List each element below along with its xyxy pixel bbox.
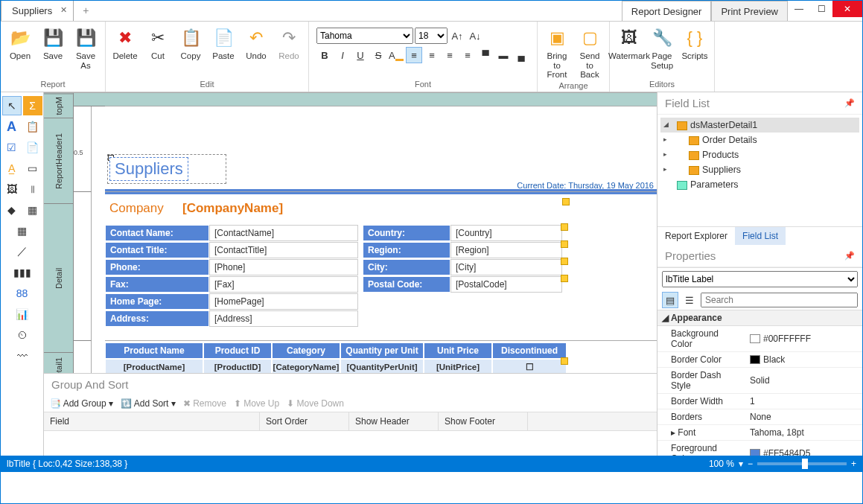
font-color-button[interactable]: A <box>388 47 404 63</box>
property-row[interactable]: ▸ FontTahoma, 18pt <box>657 425 862 441</box>
detail-band[interactable]: Company [CompanyName] Contact Name:[Cont… <box>105 192 657 341</box>
field-value[interactable]: [Phone] <box>209 259 358 275</box>
bring-front-button[interactable]: ▣Bring to Front <box>542 25 572 81</box>
column-header[interactable]: Product Name <box>105 342 203 359</box>
valign-bot-button[interactable]: ▄ <box>513 47 529 63</box>
property-category[interactable]: ◢ Appearance <box>657 310 862 326</box>
property-row[interactable]: Border Width1 <box>657 394 862 409</box>
align-center-button[interactable]: ≡ <box>424 47 440 63</box>
zoom-dropdown-icon[interactable]: ▾ <box>739 459 743 469</box>
panel-tool[interactable]: ▭ <box>23 159 42 178</box>
field-label[interactable]: Region: <box>363 242 450 258</box>
categorized-view-button[interactable]: ▤ <box>662 292 678 308</box>
font-family-select[interactable]: Tahoma <box>316 28 413 44</box>
field-value[interactable]: [ContactName] <box>209 225 358 241</box>
field-label[interactable]: Home Page: <box>105 293 209 310</box>
field-list-tree[interactable]: ◢dsMasterDetail1 ▸Order Details ▸Product… <box>657 115 862 226</box>
title-label[interactable]: Suppliers <box>109 157 188 181</box>
data-cell[interactable]: ☐ <box>492 359 567 373</box>
valign-top-button[interactable]: ▀ <box>477 47 494 63</box>
column-header[interactable]: Product ID <box>203 342 272 359</box>
band-reportheader[interactable]: ReportHeader1 <box>44 118 73 203</box>
data-cell[interactable]: [ProductID] <box>203 359 272 373</box>
band-topm[interactable]: topM <box>44 93 73 118</box>
add-sort-button[interactable]: 🔃 Add Sort ▾ <box>121 398 176 409</box>
align-left-button[interactable]: ≡ <box>406 47 422 63</box>
digit-tool[interactable]: 88 <box>13 284 32 303</box>
close-window-button[interactable]: ✕ <box>832 1 862 17</box>
save-as-button[interactable]: 💾Save As <box>71 25 101 71</box>
property-row[interactable]: Background Color#00FFFFFF <box>657 326 862 352</box>
column-header[interactable]: Discontinued <box>492 342 567 359</box>
field-value[interactable]: [Region] <box>450 242 562 258</box>
clipboard-tool[interactable]: 📋 <box>23 117 42 136</box>
field-value[interactable]: [ContactTitle] <box>209 242 358 258</box>
property-row[interactable]: Border ColorBlack <box>657 352 862 368</box>
maximize-button[interactable]: ☐ <box>810 1 832 17</box>
doc-tab-suppliers[interactable]: Suppliers ✕ <box>1 0 74 21</box>
bold-button[interactable]: B <box>316 47 333 63</box>
strike-button[interactable]: S <box>370 47 386 63</box>
line-tool[interactable]: ／ <box>13 242 32 261</box>
company-label[interactable]: Company <box>105 201 176 216</box>
pointer-tool[interactable]: ↖ <box>2 96 22 115</box>
field-value[interactable]: [HomePage] <box>209 293 358 310</box>
smart-tag-icon[interactable] <box>561 258 568 265</box>
zoom-out-button[interactable]: − <box>748 459 753 469</box>
send-back-button[interactable]: ▢Send to Back <box>575 25 605 81</box>
textbox-tool[interactable]: A̲ <box>2 159 22 178</box>
sigma-tool[interactable]: Σ <box>23 96 42 115</box>
smart-tag-icon[interactable] <box>561 240 568 248</box>
open-button[interactable]: 📂Open <box>5 25 35 63</box>
detail1-band[interactable]: Product NameProduct IDCategoryQuantity p… <box>105 341 657 373</box>
zoom-slider[interactable] <box>757 462 847 465</box>
paste-button[interactable]: 📄Paste <box>208 25 238 63</box>
field-label[interactable]: Address: <box>105 310 209 327</box>
tree-parameters[interactable]: Parameters <box>660 177 859 192</box>
pin-icon[interactable]: 📌 <box>844 251 855 261</box>
alphabetical-view-button[interactable]: ☰ <box>681 292 698 308</box>
report-header-band[interactable]: Suppliers Current Date: Thursday, 19 May… <box>105 106 657 192</box>
align-tool[interactable]: ⫴ <box>23 179 42 199</box>
align-justify-button[interactable]: ≡ <box>459 47 476 63</box>
tree-root[interactable]: ◢dsMasterDetail1 <box>660 118 859 133</box>
smart-tag-icon[interactable] <box>561 275 568 282</box>
richtext-tool[interactable]: 📄 <box>23 138 42 157</box>
tree-item[interactable]: ▸Products <box>660 147 859 162</box>
tree-item[interactable]: ▸Suppliers <box>660 162 859 177</box>
field-value[interactable]: [Country] <box>450 225 562 241</box>
data-cell[interactable]: [CategoryName] <box>272 359 340 373</box>
property-row[interactable]: Border Dash StyleSolid <box>657 368 862 394</box>
save-button[interactable]: 💾Save <box>38 25 68 63</box>
zoom-in-button[interactable]: + <box>851 459 856 469</box>
field-label[interactable]: Contact Title: <box>105 242 209 258</box>
property-row[interactable]: BordersNone <box>657 409 862 425</box>
page-setup-button[interactable]: 🔧Page Setup <box>647 25 677 71</box>
cut-button[interactable]: ✂Cut <box>143 25 173 63</box>
data-cell[interactable]: [UnitPrice] <box>424 359 492 373</box>
smart-tag-icon[interactable] <box>561 357 568 365</box>
minimize-button[interactable]: — <box>788 1 810 17</box>
table-tool[interactable]: ▦ <box>23 200 42 220</box>
font-size-select[interactable]: 18 <box>415 28 448 44</box>
copy-button[interactable]: 📋Copy <box>176 25 206 63</box>
watermark-button[interactable]: 🖼Watermark <box>614 25 644 63</box>
grid-tool[interactable]: ▦ <box>13 221 32 240</box>
redo-button[interactable]: ↷Redo <box>274 25 304 63</box>
add-group-button[interactable]: 📑 Add Group ▾ <box>50 398 113 409</box>
tab-field-list[interactable]: Field List <box>735 227 786 245</box>
italic-button[interactable]: I <box>334 47 351 63</box>
selected-object-select[interactable]: lbTitle Label <box>662 271 858 287</box>
property-search-input[interactable] <box>701 293 858 307</box>
data-cell[interactable]: [QuantityPerUnit] <box>340 359 424 373</box>
shape-tool[interactable]: ◆ <box>2 200 22 220</box>
property-row[interactable]: Foreground Color#FF5484D5 <box>657 441 862 456</box>
data-cell[interactable]: [ProductName] <box>105 359 203 373</box>
tree-item[interactable]: ▸Order Details <box>660 133 859 147</box>
design-bands[interactable]: Suppliers Current Date: Thursday, 19 May… <box>105 93 657 373</box>
field-label[interactable]: Country: <box>363 225 450 241</box>
column-header[interactable]: Category <box>272 342 340 359</box>
align-right-button[interactable]: ≡ <box>442 47 458 63</box>
sparkline-tool[interactable]: 〰 <box>13 346 32 366</box>
add-tab-button[interactable]: + <box>75 0 96 21</box>
